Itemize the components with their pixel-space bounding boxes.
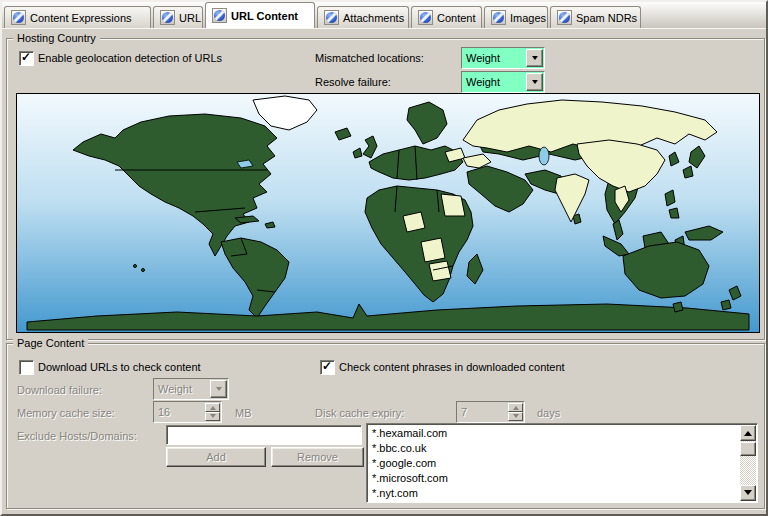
mismatched-locations-select[interactable]: Weight	[461, 47, 545, 69]
spinner-value: 7	[457, 406, 507, 418]
tab-content-expressions[interactable]: Content Expressions	[4, 6, 151, 28]
arrow-up-icon	[744, 427, 752, 436]
vertical-scrollbar[interactable]	[740, 425, 756, 501]
arrow-down-icon	[210, 414, 216, 421]
scrollbar-thumb[interactable]	[740, 442, 756, 456]
tab-label: URL	[179, 12, 201, 24]
tab-label: Content	[437, 12, 476, 24]
check-phrases-label: Check content phrases in downloaded cont…	[339, 361, 565, 373]
list-item[interactable]: *.bbc.co.uk	[372, 441, 739, 456]
no-entry-icon	[160, 10, 175, 25]
button-label: Remove	[297, 451, 338, 463]
hosting-country-group: Hosting Country ✓ Enable geolocation det…	[6, 38, 765, 340]
button-label: Add	[206, 451, 226, 463]
enable-geolocation-checkbox[interactable]: ✓	[19, 51, 34, 66]
dropdown-button[interactable]	[526, 49, 543, 67]
arrow-up-icon	[210, 403, 216, 410]
tab-content[interactable]: Content	[411, 6, 482, 28]
download-urls-checkbox[interactable]	[19, 360, 34, 375]
no-entry-icon	[491, 10, 506, 25]
add-button[interactable]: Add	[166, 447, 266, 467]
no-entry-icon	[557, 10, 572, 25]
exclude-hosts-list[interactable]: *.hexamail.com *.bbc.co.uk *.google.com …	[366, 423, 758, 503]
chevron-down-icon	[532, 56, 538, 63]
tab-label: Content Expressions	[30, 12, 132, 24]
url-content-settings-window: Content Expressions URL URL Content Atta…	[0, 0, 768, 516]
memory-cache-unit: MB	[235, 407, 252, 419]
tab-images[interactable]: Images	[484, 6, 548, 28]
no-entry-icon	[418, 10, 433, 25]
memory-cache-spinner[interactable]: 16	[153, 401, 222, 423]
disk-cache-spinner[interactable]: 7	[456, 401, 525, 423]
resolve-failure-select[interactable]: Weight	[461, 71, 545, 93]
group-legend: Page Content	[13, 336, 88, 350]
download-urls-label: Download URLs to check content	[38, 361, 201, 373]
dropdown-button[interactable]	[210, 380, 227, 398]
page-content-group: Page Content Download URLs to check cont…	[6, 343, 765, 509]
group-legend: Hosting Country	[13, 31, 100, 45]
checkmark-icon: ✓	[21, 50, 31, 64]
disk-cache-unit: days	[537, 407, 560, 419]
chevron-down-icon	[216, 387, 222, 394]
download-failure-select[interactable]: Weight	[153, 378, 229, 400]
no-entry-icon	[324, 10, 339, 25]
tab-label: Spam NDRs	[576, 12, 637, 24]
no-entry-icon	[212, 8, 227, 23]
tab-label: URL Content	[231, 10, 298, 22]
world-map	[16, 93, 760, 333]
tab-url-content[interactable]: URL Content	[205, 2, 315, 28]
spin-up-button[interactable]	[508, 403, 523, 412]
list-item[interactable]: *.microsoft.com	[372, 471, 739, 486]
tab-label: Images	[510, 12, 546, 24]
spin-down-button[interactable]	[205, 412, 220, 421]
tab-attachments[interactable]: Attachments	[317, 6, 409, 28]
spin-up-button[interactable]	[205, 403, 220, 412]
spin-down-button[interactable]	[508, 412, 523, 421]
scroll-down-button[interactable]	[740, 485, 756, 501]
tab-spam-ndrs[interactable]: Spam NDRs	[550, 6, 641, 28]
exclude-hosts-input[interactable]	[166, 425, 362, 445]
mismatched-locations-label: Mismatched locations:	[315, 52, 424, 64]
tab-url[interactable]: URL	[153, 6, 203, 28]
tab-label: Attachments	[343, 12, 404, 24]
list-item[interactable]: *.hexamail.com	[372, 426, 739, 441]
remove-button[interactable]: Remove	[271, 447, 364, 467]
scroll-up-button[interactable]	[740, 425, 756, 441]
enable-geolocation-label: Enable geolocation detection of URLs	[38, 52, 222, 64]
checkmark-icon: ✓	[322, 359, 332, 373]
list-item[interactable]: *.google.com	[372, 456, 739, 471]
list-item[interactable]: *.nyt.com	[372, 486, 739, 500]
selected-value: Weight	[154, 383, 209, 395]
selected-value: Weight	[462, 52, 525, 64]
tab-strip: Content Expressions URL URL Content Atta…	[2, 2, 766, 29]
arrow-down-icon	[513, 414, 519, 421]
arrow-down-icon	[744, 490, 752, 499]
download-failure-label: Download failure:	[17, 384, 102, 396]
memory-cache-label: Memory cache size:	[17, 407, 115, 419]
world-map-svg	[17, 94, 759, 332]
dropdown-button[interactable]	[526, 73, 543, 91]
check-phrases-checkbox[interactable]: ✓	[320, 360, 335, 375]
no-entry-icon	[11, 10, 26, 25]
spinner-value: 16	[154, 406, 204, 418]
selected-value: Weight	[462, 76, 525, 88]
disk-cache-label: Disk cache expiry:	[315, 407, 404, 419]
resolve-failure-label: Resolve failure:	[315, 76, 391, 88]
list-items: *.hexamail.com *.bbc.co.uk *.google.com …	[369, 426, 739, 500]
arrow-up-icon	[513, 403, 519, 410]
exclude-hosts-label: Exclude Hosts/Domains:	[17, 430, 137, 442]
chevron-down-icon	[532, 80, 538, 87]
